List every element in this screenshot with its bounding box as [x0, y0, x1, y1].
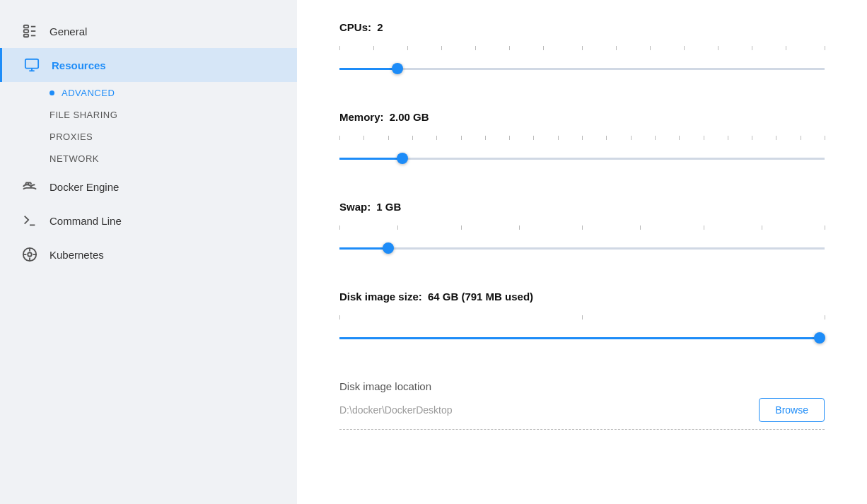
sidebar-subitem-network-label: NETWORK: [50, 153, 99, 164]
sidebar-item-general[interactable]: General: [0, 14, 297, 48]
command-line-icon: [21, 212, 38, 229]
sidebar-item-kubernetes[interactable]: Kubernetes: [0, 238, 297, 271]
resources-icon: [23, 57, 40, 74]
swap-track: [339, 247, 825, 250]
disk-size-section: Disk image size: 64 GB (791 MB used): [339, 291, 825, 352]
disk-size-title: Disk image size: 64 GB (791 MB used): [339, 291, 825, 303]
sidebar-subitem-file-sharing-label: FILE SHARING: [50, 110, 117, 120]
browse-button[interactable]: Browse: [759, 398, 825, 422]
cpu-section: CPUs: 2: [339, 21, 825, 83]
main-content: CPUs: 2 Mem: [297, 0, 867, 504]
cpu-thumb[interactable]: [392, 63, 403, 74]
memory-section: Memory: 2.00 GB: [339, 111, 825, 172]
disk-size-label: Disk image size:: [339, 291, 422, 303]
sidebar-subitem-proxies-label: PROXIES: [50, 131, 93, 142]
general-icon: [21, 23, 38, 40]
cpu-slider[interactable]: [339, 54, 825, 83]
disk-location-row: D:\docker\DockerDesktop Browse: [339, 398, 825, 430]
swap-value: 1 GB: [376, 201, 401, 213]
memory-value: 2.00 GB: [390, 111, 429, 123]
cpu-title: CPUs: 2: [339, 21, 825, 33]
sidebar-item-kubernetes-label: Kubernetes: [50, 249, 104, 261]
memory-slider[interactable]: [339, 144, 825, 172]
svg-rect-0: [24, 25, 28, 28]
swap-thumb[interactable]: [383, 242, 394, 254]
docker-engine-icon: [21, 178, 38, 195]
swap-ticks: [339, 225, 825, 231]
disk-location-path: D:\docker\DockerDesktop: [339, 404, 453, 416]
memory-fill: [339, 158, 402, 160]
sidebar: General Resources ADVANCED FILE SHARING …: [0, 0, 297, 504]
disk-size-fill: [339, 337, 820, 339]
disk-size-track: [339, 337, 825, 339]
sidebar-item-resources-label: Resources: [52, 59, 106, 71]
kubernetes-icon: [21, 246, 38, 263]
swap-slider[interactable]: [339, 234, 825, 262]
cpu-label: CPUs:: [339, 21, 371, 33]
svg-rect-2: [24, 35, 28, 37]
svg-point-15: [28, 252, 32, 257]
cpu-fill: [339, 68, 397, 70]
disk-size-value: 64 GB (791 MB used): [428, 291, 533, 303]
cpu-value: 2: [377, 21, 383, 33]
sidebar-subitem-advanced-label: ADVANCED: [62, 88, 115, 98]
svg-rect-1: [24, 30, 28, 33]
disk-location-label: Disk image location: [339, 380, 825, 392]
disk-size-thumb[interactable]: [814, 332, 825, 344]
sidebar-item-resources[interactable]: Resources: [0, 48, 297, 82]
swap-label: Swap:: [339, 201, 371, 213]
swap-title: Swap: 1 GB: [339, 201, 825, 213]
swap-section: Swap: 1 GB: [339, 201, 825, 262]
memory-track: [339, 158, 825, 160]
disk-size-ticks: [339, 315, 825, 321]
sidebar-item-command-line-label: Command Line: [50, 215, 122, 227]
sidebar-item-docker-engine[interactable]: Docker Engine: [0, 170, 297, 204]
memory-title: Memory: 2.00 GB: [339, 111, 825, 123]
advanced-dot: [50, 90, 54, 95]
sidebar-item-docker-engine-label: Docker Engine: [50, 181, 119, 193]
sidebar-subitem-file-sharing[interactable]: FILE SHARING: [50, 104, 297, 126]
sidebar-subitem-advanced[interactable]: ADVANCED: [50, 82, 297, 104]
sidebar-subitems: ADVANCED FILE SHARING PROXIES NETWORK: [0, 82, 297, 170]
disk-size-slider[interactable]: [339, 324, 825, 352]
sidebar-item-general-label: General: [50, 25, 87, 37]
disk-location-section: Disk image location D:\docker\DockerDesk…: [339, 380, 825, 430]
sidebar-subitem-proxies[interactable]: PROXIES: [50, 126, 297, 148]
sidebar-item-command-line[interactable]: Command Line: [0, 204, 297, 238]
memory-label: Memory:: [339, 111, 384, 123]
sidebar-subitem-network[interactable]: NETWORK: [50, 148, 297, 170]
svg-rect-6: [25, 59, 38, 69]
swap-fill: [339, 247, 388, 250]
cpu-ticks: [339, 46, 825, 52]
cpu-track: [339, 68, 825, 70]
memory-thumb[interactable]: [397, 153, 408, 164]
memory-ticks: [339, 136, 825, 141]
